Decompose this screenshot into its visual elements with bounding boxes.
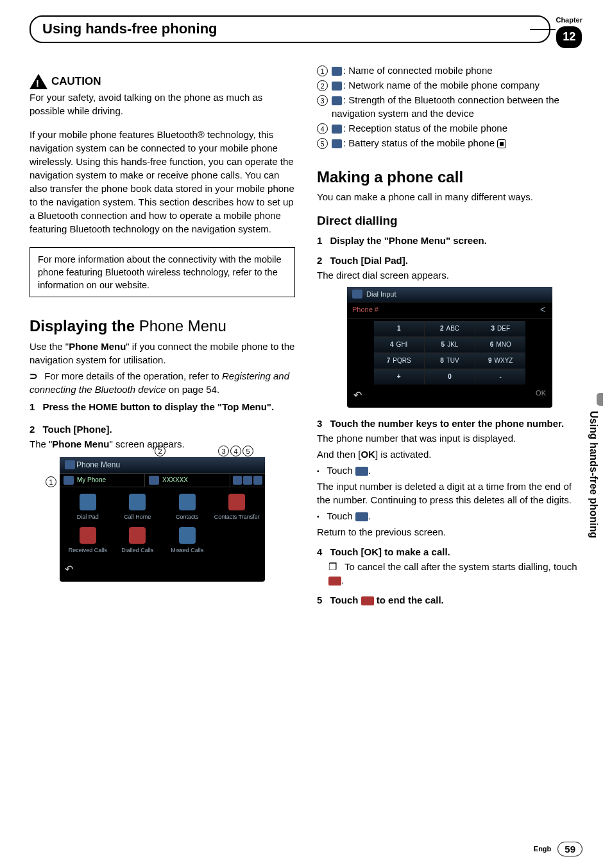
reception-icon [243, 476, 252, 485]
text-fragment: To cancel the call after the system star… [344, 561, 577, 572]
right-column: 1: Name of connected mobile phone 2: Net… [317, 60, 582, 608]
text-fragment: Touch [330, 595, 361, 605]
dial-key-1[interactable]: 1 [374, 321, 424, 336]
dial-key-6[interactable]: 6MNO [475, 337, 525, 352]
backspace-detail: The input number is deleted a digit at a… [317, 480, 582, 507]
step-text: Touch to end the call. [330, 595, 444, 605]
network-icon [332, 82, 342, 91]
menu-dial-pad[interactable]: Dial Pad [64, 491, 112, 524]
text-fragment: on page 54. [166, 384, 219, 395]
text-fragment: . [368, 465, 371, 476]
legend-3: 3: Strength of the Bluetooth connection … [317, 93, 582, 120]
step-number: 1 [317, 235, 322, 246]
menu-dialled-calls[interactable]: Dialled Calls [114, 525, 162, 557]
dial-key-8[interactable]: 8TUV [425, 353, 475, 369]
dial-key-2[interactable]: 2ABC [425, 321, 475, 336]
dial-key-9[interactable]: 9WXYZ [475, 353, 525, 369]
intro-paragraph: If your mobile phone features Bluetooth®… [30, 128, 295, 236]
chapter-header: Using hands-free phoning Chapter 12 [30, 15, 582, 48]
cross-reference: For more details of the operation, refer… [30, 369, 295, 396]
menu-label: Dial Pad [77, 513, 99, 521]
hangup-icon [328, 577, 341, 586]
text-fragment: Touch [327, 510, 355, 521]
text-fragment: Use the " [30, 341, 69, 352]
text-fragment: " screen appears. [110, 438, 185, 449]
circle-number: 2 [155, 446, 166, 456]
backspace-icon [355, 467, 368, 476]
menu-label: Contacts Transfer [214, 513, 260, 521]
device-name-label: My Phone [77, 476, 106, 485]
dial-key--[interactable]: - [475, 369, 525, 385]
menu-label: Contacts [176, 513, 199, 521]
displaying-phone-menu-heading: Displaying the Phone Menu [30, 315, 295, 337]
phone-menu-title: Phone Menu [76, 460, 120, 471]
text-fragment: The " [30, 438, 52, 449]
menu-contacts[interactable]: Contacts [163, 491, 212, 524]
menu-contacts-transfer[interactable]: Contacts Transfer [213, 491, 262, 524]
text-fragment: Touch [327, 465, 355, 476]
text-fragment: For more details of the operation, refer… [44, 370, 222, 381]
page-number: 59 [557, 842, 582, 856]
circle-number: 5 [242, 446, 253, 456]
chapter-label: Chapter [556, 15, 582, 25]
caution-body: For your safety, avoid talking on the ph… [30, 91, 295, 117]
dial-key-0[interactable]: 0 [425, 369, 475, 385]
dd-step-4: 4 Touch [OK] to make a call. [317, 545, 582, 559]
legend-text: : Network name of the mobile phone compa… [343, 80, 540, 91]
dial-key-+[interactable]: + [374, 369, 424, 385]
device-icon [332, 67, 342, 76]
callout-5: 5 [242, 446, 257, 457]
dialled-calls-icon [129, 527, 146, 544]
touch-return-line: Touch . [317, 509, 582, 523]
network-name-label: XXXXXX [162, 476, 188, 485]
text-bold: OK [361, 449, 375, 460]
menu-received-calls[interactable]: Received Calls [64, 525, 112, 557]
text-fragment: And then [ [317, 449, 361, 460]
status-icons [230, 474, 265, 487]
menu-call-home[interactable]: Call Home [114, 491, 162, 524]
phone-header-icon [352, 290, 362, 299]
step-text: Touch the number keys to enter the phone… [330, 418, 565, 429]
dial-key-4[interactable]: 4GHI [374, 337, 424, 352]
dd-step-5: 5 Touch to end the call. [317, 593, 582, 607]
menu-label: Missed Calls [171, 546, 203, 555]
text-bold: Phone Menu [69, 341, 126, 352]
menu-missed-calls[interactable]: Missed Calls [163, 525, 212, 557]
bluetooth-strength-icon [233, 476, 242, 485]
step-text: Press the HOME button to display the "To… [43, 401, 275, 412]
dial-key-7[interactable]: 7PQRS [374, 353, 424, 369]
legend-text: : Strength of the Bluetooth connection b… [332, 94, 559, 119]
step-number: 1 [30, 401, 35, 412]
use-phone-menu-paragraph: Use the "Phone Menu" if you connect the … [30, 340, 295, 367]
step-number: 4 [317, 546, 322, 557]
dial-key-3[interactable]: 3DEF [475, 321, 525, 336]
website-info-box: For more information about the connectiv… [30, 247, 295, 298]
caution-icon [30, 74, 47, 89]
phone-number-field[interactable]: Phone # [347, 302, 533, 317]
dial-input-screenshot: Dial Input Phone # < 12ABC3DEF4GHI5JKL6M… [347, 287, 552, 408]
language-code: Engb [534, 844, 552, 854]
ok-button[interactable]: OK [536, 388, 546, 403]
battery-icon [253, 476, 262, 485]
circle-number: 5 [317, 138, 328, 149]
bluetooth-strength-icon [332, 96, 342, 105]
status-network-name: XXXXXX [145, 474, 230, 487]
chapter-title: Using hands-free phoning [30, 15, 550, 43]
legend-text: : Name of connected mobile phone [343, 65, 493, 76]
making-a-phone-call-heading: Making a phone call [317, 166, 582, 188]
menu-label: Received Calls [69, 546, 107, 555]
back-button[interactable]: ↶ [353, 388, 362, 403]
step-number: 2 [317, 255, 322, 266]
hangup-icon [361, 596, 374, 605]
side-tab-marker [597, 393, 603, 406]
dial-key-5[interactable]: 5JKL [425, 337, 475, 352]
text-bold: Phone Menu [52, 438, 109, 449]
battery-icon [332, 139, 342, 148]
back-button[interactable]: ↶ [65, 562, 73, 577]
circle-number: 1 [317, 65, 328, 76]
step-number: 5 [317, 595, 322, 605]
backspace-key[interactable]: < [533, 304, 552, 317]
dial-pad-icon [80, 494, 96, 510]
phone-menu-screenshot: Phone Menu My Phone XXXXXX [60, 457, 265, 582]
dial-keypad: 12ABC3DEF4GHI5JKL6MNO7PQRS8TUV9WXYZ+0- [374, 321, 526, 385]
